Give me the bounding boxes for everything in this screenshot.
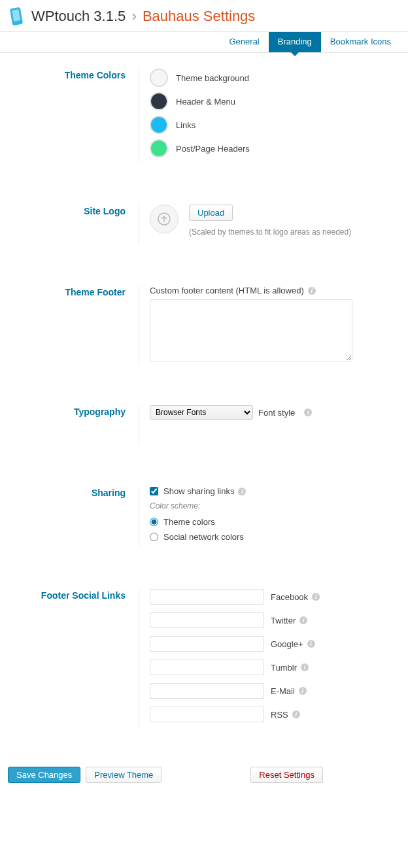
page-title: WPtouch 3.1.5 › Bauhaus Settings: [31, 8, 255, 25]
upload-hint: (Scaled by themes to fit logo areas as n…: [189, 227, 351, 237]
social-label: E-Mail: [271, 686, 295, 696]
rss-input[interactable]: [150, 707, 264, 722]
typography-row: Browser Fonts Font style i: [150, 405, 400, 420]
section-footer-social: Footer Social Links Facebook i Twitter i…: [0, 573, 408, 756]
info-icon[interactable]: i: [238, 488, 246, 495]
footer-content-textarea[interactable]: [150, 299, 352, 361]
upload-button[interactable]: Upload: [189, 205, 233, 221]
logo-row: Upload (Scaled by themes to fit logo are…: [150, 205, 400, 237]
color-swatch[interactable]: [150, 69, 168, 87]
tumblr-input[interactable]: [150, 659, 264, 675]
section-title: Footer Social Links: [8, 589, 139, 730]
font-style-label: Font style: [258, 408, 295, 418]
googleplus-input[interactable]: [150, 636, 264, 652]
section-title: Theme Colors: [8, 69, 139, 163]
color-row-post-page-headers: Post/Page Headers: [150, 139, 400, 158]
section-site-logo: Site Logo Upload (Scaled by themes to fi…: [0, 189, 408, 270]
section-title: Typography: [8, 405, 139, 444]
radio-label: Social network colors: [163, 532, 244, 542]
section-title: Site Logo: [8, 205, 139, 244]
section-body: Show sharing links i Color scheme: Theme…: [139, 486, 400, 547]
facebook-input[interactable]: [150, 589, 264, 605]
breadcrumb-separator: ›: [131, 8, 136, 24]
radio-row-social-colors: Social network colors: [150, 532, 400, 542]
info-icon[interactable]: i: [299, 687, 307, 695]
section-theme-colors: Theme Colors Theme background Header & M…: [0, 53, 408, 189]
tab-branding[interactable]: Branding: [269, 32, 321, 52]
info-icon[interactable]: i: [292, 710, 300, 718]
info-icon[interactable]: i: [307, 640, 315, 648]
page-subtitle: Bauhaus Settings: [143, 8, 255, 24]
social-label: RSS: [271, 710, 288, 720]
social-label: Twitter: [271, 616, 296, 626]
color-row-links: Links: [150, 116, 400, 134]
color-swatch[interactable]: [150, 139, 168, 158]
color-label: Header & Menu: [176, 97, 235, 107]
page-header: WPtouch 3.1.5 › Bauhaus Settings: [0, 0, 408, 32]
social-label: Tumblr: [271, 663, 297, 673]
info-icon[interactable]: i: [304, 409, 312, 416]
section-typography: Typography Browser Fonts Font style i: [0, 390, 408, 471]
logo-placeholder: [150, 205, 178, 233]
show-sharing-label: Show sharing links: [163, 486, 234, 496]
radio-label: Theme colors: [163, 517, 215, 527]
social-label: Facebook: [271, 592, 308, 602]
info-icon[interactable]: i: [308, 287, 316, 295]
color-swatch[interactable]: [150, 92, 168, 110]
wptouch-logo-icon: [8, 7, 27, 26]
show-sharing-row: Show sharing links i: [150, 486, 400, 496]
tab-bookmark-icons[interactable]: Bookmark Icons: [321, 32, 400, 52]
product-name: WPtouch 3.1.5: [31, 8, 126, 24]
section-sharing: Sharing Show sharing links i Color schem…: [0, 471, 408, 573]
section-theme-footer: Theme Footer Custom footer content (HTML…: [0, 270, 408, 390]
twitter-input[interactable]: [150, 612, 264, 628]
color-row-theme-background: Theme background: [150, 69, 400, 87]
info-icon[interactable]: i: [299, 616, 307, 624]
upload-column: Upload (Scaled by themes to fit logo are…: [189, 205, 351, 237]
section-body: Upload (Scaled by themes to fit logo are…: [139, 205, 400, 244]
field-label-row: Custom footer content (HTML is allowed) …: [150, 286, 400, 295]
color-scheme-radio-social[interactable]: [150, 533, 158, 541]
social-row-rss: RSS i: [150, 707, 400, 722]
social-row-tumblr: Tumblr i: [150, 659, 400, 675]
color-row-header-menu: Header & Menu: [150, 92, 400, 110]
social-row-twitter: Twitter i: [150, 612, 400, 628]
social-row-facebook: Facebook i: [150, 589, 400, 605]
font-style-select[interactable]: Browser Fonts: [150, 405, 253, 420]
color-label: Links: [176, 120, 196, 130]
upload-arrow-icon: [158, 212, 171, 225]
section-body: Facebook i Twitter i Google+ i Tumblr i …: [139, 589, 400, 730]
show-sharing-checkbox[interactable]: [150, 487, 158, 495]
color-scheme-label: Color scheme:: [150, 501, 400, 510]
color-label: Theme background: [176, 73, 249, 83]
info-icon[interactable]: i: [312, 593, 320, 601]
color-label: Post/Page Headers: [176, 144, 250, 154]
color-scheme-radio-theme[interactable]: [150, 518, 158, 526]
tab-general[interactable]: General: [220, 32, 269, 52]
radio-row-theme-colors: Theme colors: [150, 517, 400, 527]
save-changes-button[interactable]: Save Changes: [8, 767, 80, 783]
section-title: Sharing: [8, 486, 139, 547]
social-label: Google+: [271, 639, 303, 649]
preview-theme-button[interactable]: Preview Theme: [86, 767, 162, 783]
color-swatch[interactable]: [150, 116, 168, 134]
section-body: Custom footer content (HTML is allowed) …: [139, 286, 400, 363]
tab-bar: General Branding Bookmark Icons: [0, 32, 408, 53]
email-input[interactable]: [150, 683, 264, 699]
social-row-email: E-Mail i: [150, 683, 400, 699]
section-body: Browser Fonts Font style i: [139, 405, 400, 444]
footer-actions: Save Changes Preview Theme Reset Setting…: [0, 756, 408, 799]
footer-content-label: Custom footer content (HTML is allowed): [150, 286, 304, 295]
section-title: Theme Footer: [8, 286, 139, 363]
section-body: Theme background Header & Menu Links Pos…: [139, 69, 400, 163]
info-icon[interactable]: i: [301, 663, 309, 671]
reset-settings-button[interactable]: Reset Settings: [250, 767, 323, 783]
social-row-googleplus: Google+ i: [150, 636, 400, 652]
